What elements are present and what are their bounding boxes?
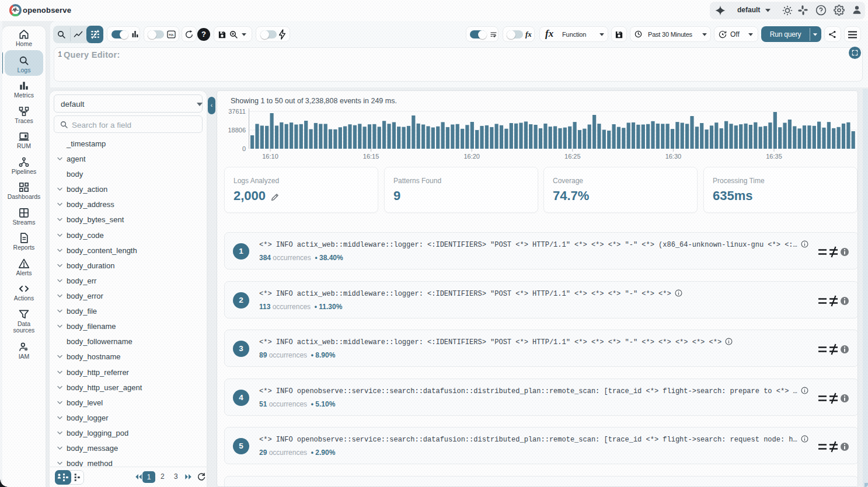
svg-text:16:15: 16:15: [363, 153, 379, 160]
svg-text:16:10: 16:10: [262, 153, 278, 160]
svg-text:37611: 37611: [228, 108, 246, 115]
svg-text:SQL: SQL: [169, 33, 174, 36]
svg-text:16:30: 16:30: [665, 153, 682, 160]
svg-text:18806: 18806: [228, 127, 246, 134]
svg-text:16:25: 16:25: [564, 153, 581, 160]
svg-text:16:35: 16:35: [766, 153, 782, 160]
svg-text:16:20: 16:20: [463, 153, 480, 160]
svg-text:0: 0: [242, 145, 246, 152]
